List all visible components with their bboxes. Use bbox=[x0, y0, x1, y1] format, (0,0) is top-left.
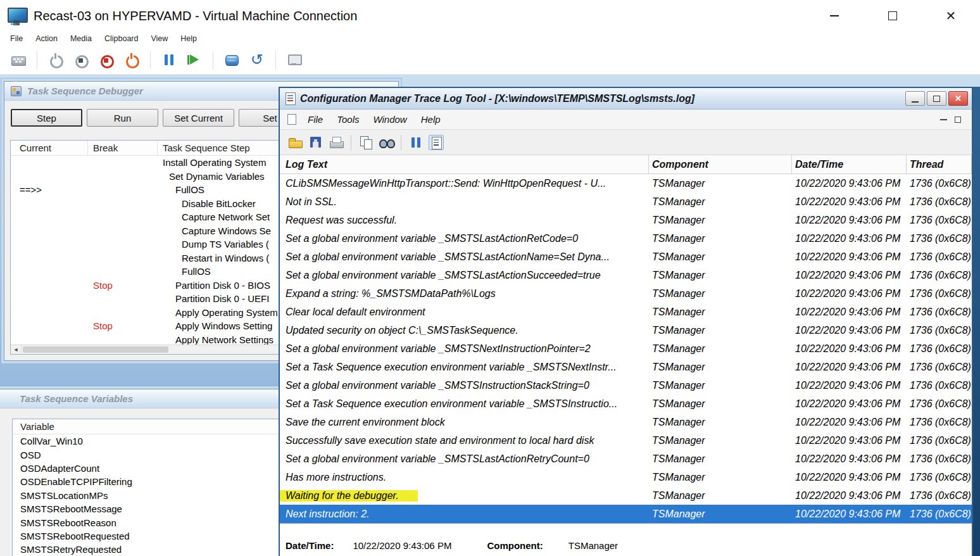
pause-icon[interactable] bbox=[161, 52, 177, 68]
detail-component-label: Component: bbox=[487, 540, 543, 551]
cmtrace-titlebar[interactable]: Configuration Manager Trace Log Tool - [… bbox=[280, 88, 972, 110]
ctrl-alt-del-icon[interactable] bbox=[10, 52, 27, 68]
log-row[interactable]: Set a global environment variable _SMSTS… bbox=[280, 266, 972, 284]
variable-column-label: Variable bbox=[20, 421, 54, 432]
cmtrace-menu-items: FileToolsWindowHelp bbox=[301, 114, 448, 125]
log-row[interactable]: Next instruction: 2.TSManager10/22/2020 … bbox=[280, 505, 972, 523]
log-text-cell: Request was successful. bbox=[280, 215, 649, 226]
cmtrace-maximize-button[interactable] bbox=[927, 91, 946, 106]
log-row[interactable]: Clear local default environmentTSManager… bbox=[280, 303, 972, 321]
menu-view[interactable]: View bbox=[144, 34, 174, 43]
log-thread-cell: 1736 (0x6C8) bbox=[907, 472, 972, 483]
menu-help[interactable]: Help bbox=[174, 34, 203, 43]
log-component-cell: TSManager bbox=[649, 343, 792, 355]
log-row[interactable]: Set a Task Sequence execution environmen… bbox=[280, 395, 972, 413]
start-icon[interactable] bbox=[47, 52, 64, 68]
cmtrace-toolbar bbox=[280, 130, 972, 155]
resume-icon[interactable] bbox=[186, 52, 203, 68]
log-text-cell: Set a global environment variable _SMSTS… bbox=[280, 251, 649, 263]
maximize-icon bbox=[933, 96, 940, 102]
log-row[interactable]: Expand a string: %_SMSTSMDataPath%\LogsT… bbox=[280, 284, 972, 303]
checkpoint-icon[interactable] bbox=[223, 52, 240, 68]
log-row[interactable]: CLibSMSMessageWinHttpTransport::Send: Wi… bbox=[280, 174, 972, 193]
column-header-break: Break bbox=[88, 141, 158, 155]
scroll-to-end-icon[interactable] bbox=[429, 135, 444, 150]
log-row[interactable]: Set a global environment variable _SMSTS… bbox=[280, 450, 972, 468]
copy-icon[interactable] bbox=[358, 135, 374, 150]
menu-file[interactable]: File bbox=[4, 34, 29, 43]
pause-icon[interactable] bbox=[408, 135, 424, 150]
mdi-window-controls bbox=[940, 117, 969, 123]
log-row[interactable]: Set a global environment variable _SMSTS… bbox=[280, 248, 972, 266]
variables-title: Task Sequence Variables bbox=[20, 393, 133, 404]
log-row[interactable]: Set a global environment variable _SMSTS… bbox=[280, 339, 972, 358]
column-header-component: Component bbox=[649, 155, 792, 174]
mdi-minimize-icon[interactable] bbox=[940, 119, 947, 120]
close-button[interactable]: ✕ bbox=[922, 0, 980, 32]
mdi-restore-icon[interactable] bbox=[955, 117, 961, 123]
shut-down-icon[interactable] bbox=[98, 52, 115, 68]
log-datetime-cell: 10/22/2020 9:43:06 PM bbox=[792, 270, 907, 281]
toolbar-separator bbox=[401, 135, 401, 150]
log-component-cell: TSManager bbox=[649, 362, 792, 373]
scrollbar-thumb[interactable] bbox=[23, 346, 168, 353]
log-row[interactable]: Not in SSL.TSManager10/22/2020 9:43:06 P… bbox=[280, 193, 972, 211]
log-component-cell: TSManager bbox=[649, 380, 792, 391]
log-datetime-cell: 10/22/2020 9:43:06 PM bbox=[792, 306, 907, 318]
step-button[interactable]: Step bbox=[11, 109, 82, 127]
maximize-button[interactable] bbox=[864, 0, 922, 32]
cmtrace-column-headers: Log TextComponentDate/TimeThread bbox=[280, 155, 972, 174]
print-icon[interactable] bbox=[329, 135, 344, 150]
log-text-cell: Set a global environment variable _SMSTS… bbox=[280, 233, 649, 244]
open-icon[interactable] bbox=[288, 135, 303, 150]
find-icon[interactable] bbox=[379, 135, 394, 150]
log-thread-cell: 1736 (0x6C8) bbox=[907, 509, 972, 520]
log-thread-cell: 1736 (0x6C8) bbox=[907, 233, 972, 244]
menu-action[interactable]: Action bbox=[29, 34, 64, 43]
turn-off-icon[interactable] bbox=[73, 52, 89, 68]
cmtrace-minimize-button[interactable] bbox=[905, 91, 925, 106]
minimize-button[interactable] bbox=[805, 0, 864, 32]
log-row[interactable]: Has more instructions.TSManager10/22/202… bbox=[280, 468, 972, 486]
log-thread-cell: 1736 (0x6C8) bbox=[907, 270, 972, 281]
run-button[interactable]: Run bbox=[87, 109, 158, 127]
scroll-left-arrow-icon[interactable]: ◄ bbox=[11, 345, 22, 354]
log-thread-cell: 1736 (0x6C8) bbox=[907, 178, 972, 189]
log-component-cell: TSManager bbox=[649, 233, 792, 244]
detail-datetime-label: Date/Time: bbox=[286, 540, 334, 551]
log-row[interactable]: Save the current environment blockTSMana… bbox=[280, 413, 972, 431]
cmtrace-menu-tools[interactable]: Tools bbox=[330, 114, 366, 125]
log-row[interactable]: Successfully save execution state and en… bbox=[280, 431, 972, 450]
revert-icon[interactable] bbox=[249, 52, 265, 68]
log-text-cell: Successfully save execution state and en… bbox=[280, 435, 649, 446]
save-state-icon[interactable] bbox=[123, 52, 140, 68]
cmtrace-menu-window[interactable]: Window bbox=[366, 114, 413, 125]
log-component-cell: TSManager bbox=[649, 196, 792, 208]
log-text-cell: Set a Task Sequence execution environmen… bbox=[280, 362, 649, 373]
log-datetime-cell: 10/22/2020 9:43:06 PM bbox=[792, 453, 907, 465]
log-component-cell: TSManager bbox=[649, 178, 792, 189]
cmtrace-menu-help[interactable]: Help bbox=[414, 114, 448, 125]
host-menubar: FileActionMediaClipboardViewHelp bbox=[0, 32, 980, 46]
log-datetime-cell: 10/22/2020 9:43:06 PM bbox=[792, 509, 907, 520]
detail-component-value: TSManager bbox=[569, 540, 618, 551]
save-icon[interactable] bbox=[308, 135, 324, 150]
log-row[interactable]: Set a global environment variable _SMSTS… bbox=[280, 229, 972, 248]
host-titlebar[interactable]: Recast-03 on HYPERVAMD - Virtual Machine… bbox=[0, 0, 980, 32]
cmtrace-close-button[interactable]: ✕ bbox=[948, 91, 968, 106]
log-row[interactable]: Request was successful.TSManager10/22/20… bbox=[280, 211, 972, 229]
log-row[interactable]: Waiting for the debugger.TSManager10/22/… bbox=[280, 486, 972, 505]
menu-media[interactable]: Media bbox=[64, 34, 98, 43]
log-text-cell: Set a global environment variable _SMSTS… bbox=[280, 343, 649, 355]
debugger-app-icon bbox=[11, 86, 22, 96]
enhanced-session-icon[interactable] bbox=[286, 52, 303, 68]
cmtrace-window-controls: ✕ bbox=[905, 91, 968, 106]
log-row[interactable]: Set a global environment variable _SMSTS… bbox=[280, 376, 972, 395]
log-component-cell: TSManager bbox=[649, 490, 792, 502]
log-component-cell: TSManager bbox=[649, 270, 792, 281]
log-row[interactable]: Updated security on object C:\_SMSTaskSe… bbox=[280, 321, 972, 339]
menu-clipboard[interactable]: Clipboard bbox=[98, 34, 145, 43]
cmtrace-menu-file[interactable]: File bbox=[301, 114, 330, 125]
log-row[interactable]: Set a Task Sequence execution environmen… bbox=[280, 358, 972, 376]
set-current-button[interactable]: Set Current bbox=[163, 109, 234, 127]
